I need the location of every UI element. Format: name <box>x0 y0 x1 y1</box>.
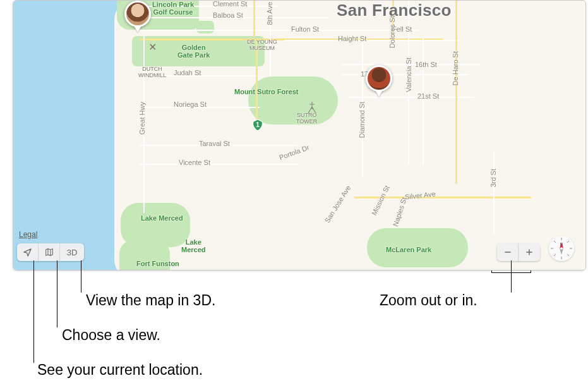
road <box>423 39 424 165</box>
avatar-pin-1 <box>134 26 141 32</box>
road <box>256 39 258 127</box>
park-label-sutro-forest: Mount Sutro Forest <box>234 88 298 95</box>
park-label-mclaren: McLaren Park <box>386 246 431 253</box>
road <box>493 152 495 234</box>
street-valencia: Valencia St <box>405 58 412 92</box>
callout-tick <box>491 271 492 273</box>
callout-line <box>33 260 34 363</box>
street-haight: Haight St <box>338 35 366 42</box>
callout-brace <box>491 272 531 273</box>
street-diamond: Diamond St <box>358 102 366 138</box>
callout-tick <box>531 271 531 273</box>
street-judah: Judah St <box>174 69 201 76</box>
park-label-ggp: Golden Gate Park <box>177 44 210 59</box>
park-label-merced: Lake Merced <box>141 214 183 222</box>
street-clement: Clement St <box>213 0 247 8</box>
map-controls-left: 3D <box>17 243 84 261</box>
compass-button[interactable]: N <box>549 236 574 261</box>
person-avatar-2[interactable] <box>366 65 392 92</box>
svg-line-11 <box>567 254 569 256</box>
map-controls-zoom <box>497 243 540 261</box>
poi-windmill: ✕ DUTCH WINDMILL <box>138 28 166 91</box>
street-noriega: Noriega St <box>174 100 207 108</box>
street-great-hwy: Great Hwy <box>138 102 146 135</box>
street-balboa: Balboa St <box>213 11 243 19</box>
park-label-merced2: Lake Merced <box>181 238 206 253</box>
callout-zoom: Zoom out or in. <box>380 292 477 309</box>
callout-line <box>81 260 81 293</box>
highway-shield-1-icon: 1 <box>251 118 265 132</box>
park-sutro <box>248 76 338 125</box>
callout-3d: View the map in 3D. <box>86 292 215 309</box>
road <box>285 40 462 41</box>
road <box>140 164 297 165</box>
road <box>253 1 255 37</box>
callout-location: See your current location. <box>37 362 203 379</box>
svg-text:1: 1 <box>256 121 260 128</box>
street-taraval: Taraval St <box>199 140 230 147</box>
zoom-in-button[interactable] <box>519 243 540 261</box>
current-location-button[interactable] <box>17 243 39 261</box>
street-third: 3rd St <box>489 169 497 187</box>
park-small <box>196 21 214 33</box>
street-deharo: De Haro St <box>452 51 459 85</box>
callout-line <box>511 260 512 293</box>
tower-icon <box>308 102 316 116</box>
map-view[interactable]: 1 San Francisco Lincoln Park Golf Course… <box>13 0 586 271</box>
street-fulton: Fulton St <box>291 25 319 33</box>
street-eighth: 8th Ave <box>266 2 273 25</box>
park-label-lincoln: Lincoln Park Golf Course <box>152 1 194 16</box>
zoom-out-button[interactable] <box>497 243 519 261</box>
svg-line-9 <box>567 241 569 243</box>
callout-view: Choose a view. <box>62 327 160 344</box>
park-label-funston: Fort Funston <box>136 260 179 267</box>
road <box>140 30 417 31</box>
compass-n: N <box>560 242 563 246</box>
street-21st: 21st St <box>417 92 439 100</box>
road <box>455 1 457 184</box>
svg-line-10 <box>554 254 556 256</box>
avatar-pin-2 <box>375 90 383 97</box>
windmill-label: DUTCH WINDMILL <box>138 66 166 78</box>
poi-deyoung: DE YOUNG MUSEUM <box>247 39 277 51</box>
street-dolores: Dolores St <box>388 16 396 48</box>
legal-link[interactable]: Legal <box>19 230 37 239</box>
callout-line <box>57 260 57 327</box>
person-avatar-1[interactable] <box>124 1 151 27</box>
street-vicente: Vicente St <box>179 159 210 166</box>
svg-line-8 <box>554 241 556 243</box>
map-view-button[interactable] <box>39 243 60 261</box>
street-16th: 16th St <box>415 61 437 68</box>
3d-view-button[interactable]: 3D <box>60 243 84 261</box>
svg-marker-13 <box>560 248 563 255</box>
